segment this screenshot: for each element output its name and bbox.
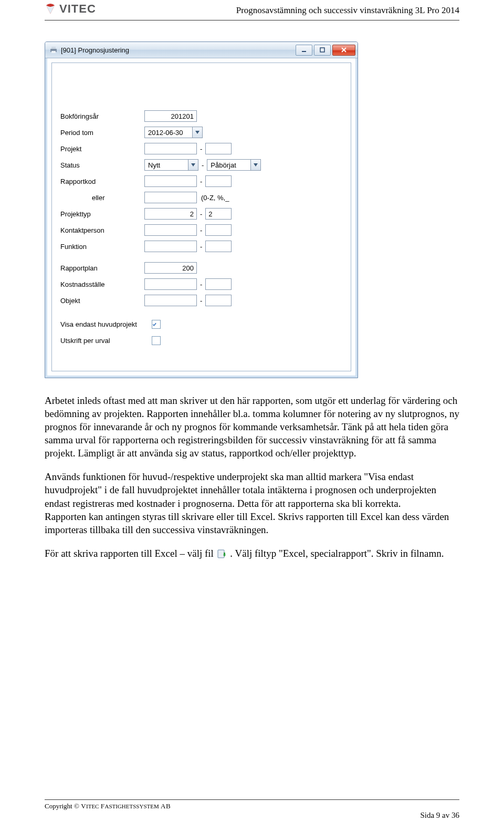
- input-objekt-from[interactable]: [144, 295, 197, 306]
- input-projekttyp-from[interactable]: 2: [144, 208, 197, 220]
- svg-rect-3: [302, 51, 306, 52]
- hint-eller: (0-Z, %,_: [197, 194, 229, 202]
- app-window: [901] Prognosjustering Bokföringsår 2012…: [45, 41, 358, 378]
- svg-rect-2: [51, 51, 56, 53]
- svg-rect-4: [320, 48, 324, 52]
- label-projekttyp: Projekttyp: [60, 210, 144, 218]
- header-title: Prognosavstämning och successiv vinstavr…: [236, 5, 459, 16]
- row-eller: eller (0-Z, %,_: [60, 192, 342, 203]
- paragraph-3: Rapporten kan antingen styras till skriv…: [45, 510, 459, 536]
- titlebar[interactable]: [901] Prognosjustering: [45, 42, 358, 58]
- input-projekt-from[interactable]: [144, 143, 197, 154]
- combo-period-tom[interactable]: 2012-06-30: [144, 127, 203, 138]
- row-kontaktperson: Kontaktperson -: [60, 224, 342, 236]
- row-projekt: Projekt -: [60, 143, 342, 154]
- page-footer: Copyright © VITEC FASTIGHETSSYSTEM AB Si…: [45, 799, 459, 810]
- combo-status-from-value: Nytt: [145, 160, 188, 170]
- row-funktion: Funktion -: [60, 241, 342, 252]
- combo-status-to[interactable]: Påbörjat: [207, 159, 261, 171]
- file-save-icon: [217, 548, 227, 557]
- row-kostnadsstalle: Kostnadsställe -: [60, 278, 342, 290]
- input-objekt-to[interactable]: [205, 295, 232, 306]
- window-buttons: [296, 45, 355, 56]
- logo: VITEC: [45, 2, 96, 16]
- dash: -: [197, 280, 205, 288]
- paragraph-2: Används funktionen för huvud-/respektive…: [45, 470, 459, 509]
- input-projekt-to[interactable]: [205, 143, 232, 154]
- body-text: Arbetet inleds oftast med att man skrive…: [45, 394, 459, 560]
- dash: -: [197, 210, 205, 218]
- input-kontaktperson-to[interactable]: [205, 224, 232, 236]
- input-funktion-to[interactable]: [205, 241, 232, 252]
- label-bokforingsar: Bokföringsår: [60, 112, 144, 120]
- paragraph-4b: . Välj filtyp "Excel, specialrapport". S…: [230, 548, 444, 559]
- label-kostnadsstalle: Kostnadsställe: [60, 280, 144, 288]
- close-button[interactable]: [332, 45, 355, 56]
- chevron-down-icon[interactable]: [188, 160, 198, 170]
- label-status: Status: [60, 161, 144, 169]
- form-panel: Bokföringsår 201201 Period tom 2012-06-3…: [51, 63, 351, 371]
- row-visa-endast: Visa endast huvudprojekt: [60, 318, 342, 330]
- label-projekt: Projekt: [60, 145, 144, 153]
- row-projekttyp: Projekttyp 2 - 2: [60, 208, 342, 220]
- row-utskrift-per-urval: Utskrift per urval: [60, 335, 342, 346]
- paragraph-4: För att skriva rapporten till Excel – vä…: [45, 547, 459, 560]
- input-kostnadsstalle-from[interactable]: [144, 278, 197, 290]
- dash: -: [198, 161, 207, 169]
- checkbox-visa-endast[interactable]: [152, 320, 161, 329]
- dash: -: [197, 145, 205, 153]
- logo-text: VITEC: [59, 2, 96, 16]
- label-rapportplan: Rapportplan: [60, 264, 144, 272]
- paragraph-1: Arbetet inleds oftast med att man skrive…: [45, 394, 459, 460]
- label-objekt: Objekt: [60, 297, 144, 305]
- input-rapportplan[interactable]: 200: [144, 262, 197, 274]
- label-kontaktperson: Kontaktperson: [60, 226, 144, 234]
- svg-rect-5: [218, 550, 224, 558]
- logo-mark-icon: [45, 3, 56, 15]
- dash: -: [197, 243, 205, 251]
- row-rapportplan: Rapportplan 200: [60, 262, 342, 274]
- page-header: VITEC Prognosavstämning och successiv vi…: [45, 0, 459, 20]
- svg-rect-1: [51, 47, 56, 49]
- dash: -: [197, 226, 205, 234]
- printer-icon: [49, 46, 58, 54]
- input-projekttyp-to[interactable]: 2: [205, 208, 232, 220]
- dash: -: [197, 297, 205, 305]
- chevron-down-icon[interactable]: [192, 127, 202, 138]
- row-bokforingsar: Bokföringsår 201201: [60, 110, 342, 122]
- page-number: Sida 9 av 36: [420, 811, 459, 820]
- combo-status-to-value: Påbörjat: [207, 160, 250, 170]
- window-client: Bokföringsår 201201 Period tom 2012-06-3…: [45, 58, 358, 378]
- page: VITEC Prognosavstämning och successiv vi…: [0, 0, 504, 822]
- label-funktion: Funktion: [60, 243, 144, 251]
- input-eller[interactable]: [144, 192, 197, 203]
- checkbox-utskrift-per-urval[interactable]: [152, 336, 161, 345]
- input-rapportkod-to[interactable]: [205, 175, 232, 187]
- maximize-button[interactable]: [314, 45, 331, 56]
- svg-rect-6: [224, 553, 225, 555]
- input-kontaktperson-from[interactable]: [144, 224, 197, 236]
- label-utskrift-per-urval: Utskrift per urval: [60, 337, 150, 345]
- input-bokforingsar[interactable]: 201201: [144, 110, 197, 122]
- copyright: Copyright © VITEC FASTIGHETSSYSTEM AB: [45, 802, 171, 810]
- combo-status-from[interactable]: Nytt: [144, 159, 198, 171]
- input-funktion-from[interactable]: [144, 241, 197, 252]
- row-objekt: Objekt -: [60, 295, 342, 306]
- label-visa-endast: Visa endast huvudprojekt: [60, 320, 150, 328]
- paragraph-4a: För att skriva rapporten till Excel – vä…: [45, 548, 216, 559]
- label-rapportkod: Rapportkod: [60, 178, 144, 185]
- row-rapportkod: Rapportkod -: [60, 175, 342, 187]
- label-eller: eller: [60, 194, 144, 202]
- input-kostnadsstalle-to[interactable]: [205, 278, 232, 290]
- row-period-tom: Period tom 2012-06-30: [60, 127, 342, 138]
- chevron-down-icon[interactable]: [250, 160, 260, 170]
- row-status: Status Nytt - Påbörjat: [60, 159, 342, 171]
- combo-period-tom-value: 2012-06-30: [145, 127, 192, 138]
- window-title: [901] Prognosjustering: [61, 46, 129, 54]
- input-rapportkod-from[interactable]: [144, 175, 197, 187]
- minimize-button[interactable]: [296, 45, 312, 56]
- label-period-tom: Period tom: [60, 129, 144, 137]
- dash: -: [197, 178, 205, 185]
